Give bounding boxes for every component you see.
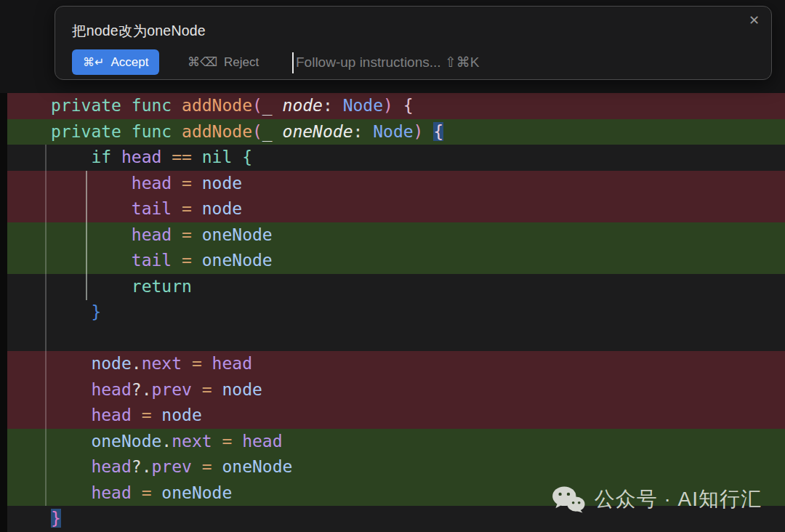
code-lines[interactable]: private func addNode(_ node: Node) {priv… [7,93,785,532]
code-line[interactable]: tail = node [7,196,785,222]
code-line[interactable]: node.next = head [7,351,785,377]
reject-label: Reject [224,55,259,70]
code-line[interactable]: head = oneNode [7,222,785,249]
code-line[interactable]: head = node [7,403,785,429]
accept-shortcut-hint: ⌘↵ [83,55,104,69]
followup-input[interactable] [296,55,742,70]
reject-shortcut-hint: ⌘⌫ [188,55,217,70]
code-line[interactable] [7,326,785,352]
reject-button[interactable]: ⌘⌫ Reject [185,49,262,75]
code-line[interactable]: head?.prev = node [7,377,785,403]
code-line[interactable]: head = node [7,171,785,197]
accept-label: Accept [110,55,148,70]
code-line[interactable]: private func addNode(_ node: Node) { [7,93,785,119]
code-editor[interactable]: private func addNode(_ node: Node) {priv… [0,93,785,532]
followup-input-wrap [292,50,742,75]
watermark: 公众号 · AI知行汇 [552,485,762,513]
accept-button[interactable]: ⌘↵ Accept [72,49,159,75]
code-line[interactable]: tail = oneNode [7,248,785,274]
close-icon[interactable]: ✕ [749,12,760,28]
code-line[interactable]: private func addNode(_ oneNode: Node) { [7,119,785,145]
text-cursor [292,52,294,73]
edit-prompt-text: 把node改为oneNode [72,21,206,41]
inline-edit-popup: 把node改为oneNode ✕ ⌘↵ Accept ⌘⌫ Reject [55,6,772,80]
code-line[interactable]: oneNode.next = head [7,429,785,455]
indent-guide-active [86,171,87,300]
indent-guide-outer [45,145,47,506]
code-line[interactable]: } [7,299,785,326]
code-line[interactable]: head?.prev = oneNode [7,454,785,480]
wechat-icon [552,485,585,513]
watermark-text: 公众号 · AI知行汇 [595,485,762,513]
code-line[interactable]: return [7,274,785,300]
code-line[interactable]: if head == nil { [7,145,785,171]
